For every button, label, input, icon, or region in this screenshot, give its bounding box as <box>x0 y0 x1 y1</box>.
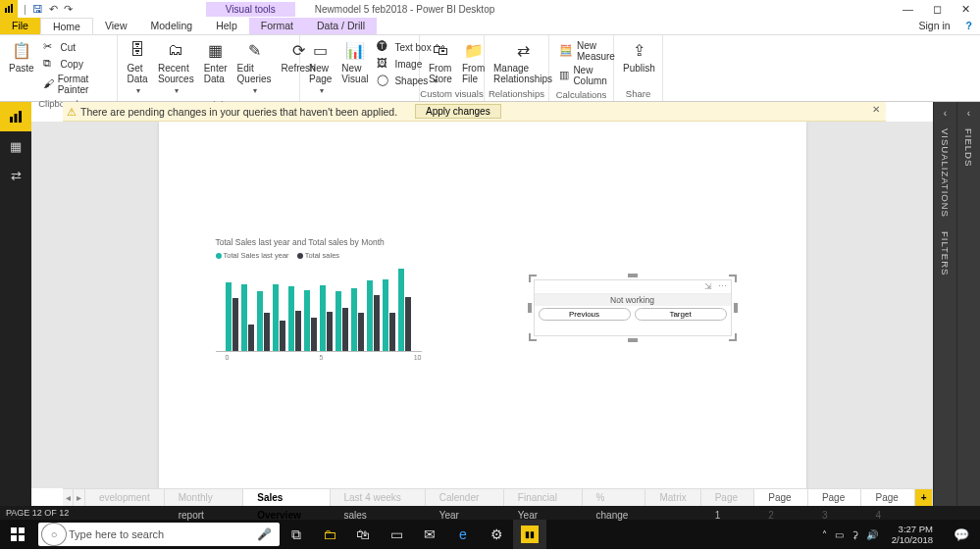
task-view-icon[interactable]: ⧉ <box>280 520 313 549</box>
help-icon[interactable]: ? <box>958 18 980 34</box>
windows-taskbar: ○ Type here to search 🎤 ⧉ 🗀 🛍 ▭ ✉ e ⚙ ▮▮… <box>0 520 980 549</box>
taskbar-store-icon[interactable]: 🛍 <box>346 520 380 549</box>
close-icon[interactable]: ✕ <box>961 3 970 16</box>
slicer-visual[interactable]: ⇲ ⋯ Not working Previous Target <box>534 279 732 336</box>
tab-help[interactable]: Help <box>204 18 249 34</box>
tray-chevron-icon[interactable]: ˄ <box>822 529 827 540</box>
tab-format[interactable]: Format <box>249 18 305 34</box>
notification-icon[interactable]: 💬 <box>947 520 976 549</box>
powerbi-logo-icon <box>0 0 18 18</box>
new-column-button[interactable]: ▥New Column <box>555 64 619 87</box>
start-button[interactable] <box>0 520 35 549</box>
page-tab[interactable]: Monthly report <box>165 489 244 506</box>
page-tab[interactable]: Page 4 <box>861 489 915 506</box>
page-tab[interactable]: % change <box>583 489 646 506</box>
page-tab[interactable]: Page 1 <box>701 489 755 506</box>
page-tab-active[interactable]: Sales Overview <box>243 489 330 506</box>
page-tab[interactable]: Financial Year <box>504 489 583 506</box>
system-tray: ˄ ▭ ⚳ 🔊 3:27 PM 2/10/2018 💬 <box>822 520 980 549</box>
tray-volume-icon[interactable]: 🔊 <box>866 529 878 540</box>
nav-model-icon[interactable]: ⇄ <box>0 161 31 190</box>
title-bar: | 🖫 ↶ ↷ Visual tools Newmodel 5 feb2018 … <box>0 0 980 18</box>
page-tab[interactable]: Page 2 <box>754 489 808 506</box>
tray-battery-icon[interactable]: ▭ <box>835 529 844 540</box>
page-tab[interactable]: Page 3 <box>808 489 862 506</box>
svg-rect-9 <box>19 535 25 541</box>
apply-changes-button[interactable]: Apply changes <box>415 104 501 119</box>
tab-file[interactable]: File <box>0 18 40 34</box>
ribbon: 📋Paste ✂Cut ⧉Copy 🖌Format Painter Clipbo… <box>0 35 980 102</box>
report-canvas[interactable]: Total Sales last year and Total sales by… <box>159 122 806 488</box>
chart-legend: Total Sales last year Total sales <box>216 251 432 260</box>
svg-rect-2 <box>11 4 13 13</box>
new-visual-button[interactable]: 📊New Visual <box>336 37 373 86</box>
group-share: Share <box>614 88 662 101</box>
canvas-area: Total Sales last year and Total sales by… <box>31 122 933 488</box>
edit-queries-button[interactable]: ✎Edit Queries <box>232 37 277 97</box>
taskbar-calendar-icon[interactable]: ▭ <box>380 520 413 549</box>
tab-modeling[interactable]: Modeling <box>139 18 205 34</box>
page-tab[interactable]: Calender Year <box>426 489 504 506</box>
tab-home[interactable]: Home <box>40 18 93 34</box>
warning-text: There are pending changes in your querie… <box>80 106 397 118</box>
group-calculations: Calculations <box>549 89 613 102</box>
page-tab[interactable]: Matrix <box>645 489 700 506</box>
minimize-icon[interactable]: — <box>903 3 913 16</box>
redo-icon[interactable]: ↷ <box>64 3 73 16</box>
taskbar-powerbi-icon[interactable]: ▮▮ <box>513 520 546 549</box>
svg-rect-6 <box>11 527 17 533</box>
mic-icon[interactable]: 🎤 <box>249 527 280 541</box>
format-painter-button[interactable]: 🖌Format Painter <box>39 73 113 96</box>
svg-rect-4 <box>15 114 18 123</box>
tab-datadrill[interactable]: Data / Drill <box>305 18 377 34</box>
taskbar-clock[interactable]: 3:27 PM 2/10/2018 <box>886 524 939 545</box>
warning-icon: ⚠ <box>63 106 80 118</box>
contextual-tab-label: Visual tools <box>206 2 295 17</box>
nav-data-icon[interactable]: ▦ <box>0 131 31 161</box>
save-icon[interactable]: 🖫 <box>32 3 43 15</box>
paste-button[interactable]: 📋Paste <box>4 37 39 75</box>
copy-button[interactable]: ⧉Copy <box>39 56 113 72</box>
pane-visualizations[interactable]: ‹ VISUALIZATIONS FILTERS <box>933 102 956 506</box>
taskbar-mail-icon[interactable]: ✉ <box>413 520 446 549</box>
svg-rect-1 <box>8 6 10 13</box>
new-measure-button[interactable]: 🧮New Measure <box>555 39 619 63</box>
nav-report-icon[interactable] <box>0 102 31 131</box>
taskbar-edge-icon[interactable]: e <box>446 520 480 549</box>
left-nav: ▦ ⇄ <box>0 102 31 506</box>
search-placeholder: Type here to search <box>69 528 249 540</box>
pane-fields[interactable]: ‹ FIELDS <box>956 102 980 506</box>
page-tab-prev[interactable]: ◂ <box>63 489 74 506</box>
quick-access-toolbar: | 🖫 ↶ ↷ <box>18 3 78 16</box>
page-tab[interactable]: evelopment <box>85 489 165 506</box>
svg-rect-5 <box>19 111 22 123</box>
svg-rect-0 <box>5 8 7 13</box>
publish-button[interactable]: ⇪Publish <box>618 37 660 75</box>
tray-wifi-icon[interactable]: ⚳ <box>851 529 858 540</box>
cortana-icon[interactable]: ○ <box>41 523 67 546</box>
page-tab[interactable]: Last 4 weeks sales <box>331 489 426 506</box>
chevron-left-icon[interactable]: ‹ <box>967 108 970 119</box>
undo-icon[interactable]: ↶ <box>49 3 58 16</box>
svg-rect-8 <box>11 535 17 541</box>
new-page-button[interactable]: ▭New Page <box>304 37 336 97</box>
manage-relationships-button[interactable]: ⇄Manage Relationships <box>489 37 557 86</box>
taskbar-search[interactable]: ○ Type here to search 🎤 <box>38 523 280 546</box>
sign-in-link[interactable]: Sign in <box>910 18 957 34</box>
page-tab-add[interactable]: + <box>915 489 933 506</box>
tab-view[interactable]: View <box>93 18 139 34</box>
cut-button[interactable]: ✂Cut <box>39 39 113 55</box>
page-tab-next[interactable]: ▸ <box>74 489 84 506</box>
group-custom-visuals: Custom visuals <box>420 88 484 101</box>
warning-close-icon[interactable]: ✕ <box>872 104 880 115</box>
taskbar-app-icon[interactable]: ⚙ <box>480 520 513 549</box>
recent-sources-button[interactable]: 🗂Recent Sources <box>153 37 199 97</box>
chevron-left-icon[interactable]: ‹ <box>944 108 947 119</box>
get-data-button[interactable]: 🗄Get Data <box>122 37 153 97</box>
maximize-icon[interactable]: ◻ <box>933 3 942 16</box>
from-store-button[interactable]: 🛍From Store <box>424 37 457 86</box>
taskbar-explorer-icon[interactable]: 🗀 <box>313 520 346 549</box>
svg-rect-7 <box>19 527 25 533</box>
chart-visual[interactable]: Total Sales last year and Total sales by… <box>216 237 432 361</box>
enter-data-button[interactable]: ▦Enter Data <box>199 37 232 86</box>
